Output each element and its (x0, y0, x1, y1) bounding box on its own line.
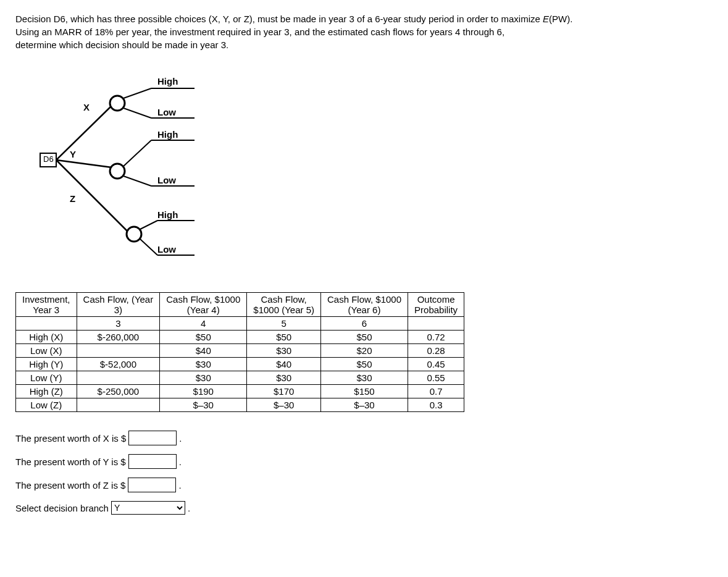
period: . (188, 503, 190, 513)
table-row: Low (Y) $30 $30 $30 0.55 (16, 371, 464, 385)
tree-svg (28, 76, 213, 274)
y-low: Low (157, 175, 176, 185)
table-row: High (X) $-260,000 $50 $50 $50 0.72 (16, 331, 464, 344)
svg-point-5 (110, 164, 125, 179)
table-subheader-row: 3 4 5 6 (16, 317, 464, 331)
svg-line-7 (123, 88, 151, 98)
answer-row-select: Select decision branch Y . (15, 501, 713, 515)
th5: Cash Flow, $1000(Year 6) (320, 293, 408, 317)
pw-y-label: The present worth of Y is $ (15, 457, 126, 467)
svg-line-12 (123, 140, 151, 166)
cash-flow-table: Investment,Year 3 Cash Flow, (Year3) Cas… (15, 292, 464, 412)
svg-point-6 (127, 227, 141, 242)
svg-line-2 (56, 160, 112, 167)
x-high: High (157, 76, 178, 86)
th6: OutcomeProbability (408, 293, 464, 317)
pw-y-input[interactable] (128, 454, 177, 469)
answer-row-x: The present worth of X is $ . (15, 431, 713, 445)
q-line2: Using an MARR of 18% per year, the inves… (15, 27, 504, 37)
svg-line-13 (123, 176, 151, 186)
svg-point-4 (110, 96, 125, 111)
select-branch-label: Select decision branch (15, 503, 109, 513)
y-high: High (157, 129, 178, 140)
th4: Cash Flow,$1000 (Year 5) (247, 293, 321, 317)
q-line3: determine which decision should be made … (15, 40, 228, 50)
svg-line-9 (123, 108, 151, 118)
table-row: Low (X) $40 $30 $20 0.28 (16, 344, 464, 358)
pw-x-label: The present worth of X is $ (15, 433, 126, 444)
pw-z-label: The present worth of Z is $ (15, 480, 125, 491)
th2: Cash Flow, (Year3) (77, 293, 160, 317)
z-high: High (157, 209, 178, 220)
period: . (179, 433, 182, 444)
table-header-row: Investment,Year 3 Cash Flow, (Year3) Cas… (16, 293, 464, 317)
q-line1c: (PW). (549, 14, 572, 24)
q-line1a: Decision D6, which has three possible ch… (15, 14, 543, 24)
decision-tree-diagram: D6 X Y Z High Low High Low High Low (28, 76, 213, 274)
question-text: Decision D6, which has three possible ch… (15, 12, 713, 51)
answer-row-y: The present worth of Y is $ . (15, 454, 713, 469)
pw-x-input[interactable] (128, 431, 177, 445)
table-row: High (Z) $-250,000 $190 $170 $150 0.7 (16, 385, 464, 398)
period: . (179, 457, 182, 467)
branch-z: Z (70, 193, 75, 204)
pw-z-input[interactable] (128, 478, 176, 492)
branch-y: Y (70, 149, 76, 159)
node-d6: D6 (43, 154, 54, 164)
table-row: High (Y) $-52,000 $30 $40 $50 0.45 (16, 358, 464, 371)
z-low: Low (157, 244, 176, 255)
answer-row-z: The present worth of Z is $ . (15, 478, 713, 492)
svg-line-15 (140, 221, 157, 229)
period: . (178, 480, 181, 491)
select-branch-dropdown[interactable]: Y (111, 501, 185, 515)
svg-line-1 (56, 106, 112, 160)
branch-x: X (83, 102, 90, 112)
q-line1b: E (543, 14, 549, 24)
table-row: Low (Z) $–30 $–30 $–30 0.3 (16, 398, 464, 412)
x-low: Low (157, 107, 176, 117)
th1: Investment,Year 3 (16, 293, 77, 317)
svg-line-17 (140, 239, 157, 255)
th3: Cash Flow, $1000(Year 4) (160, 293, 247, 317)
